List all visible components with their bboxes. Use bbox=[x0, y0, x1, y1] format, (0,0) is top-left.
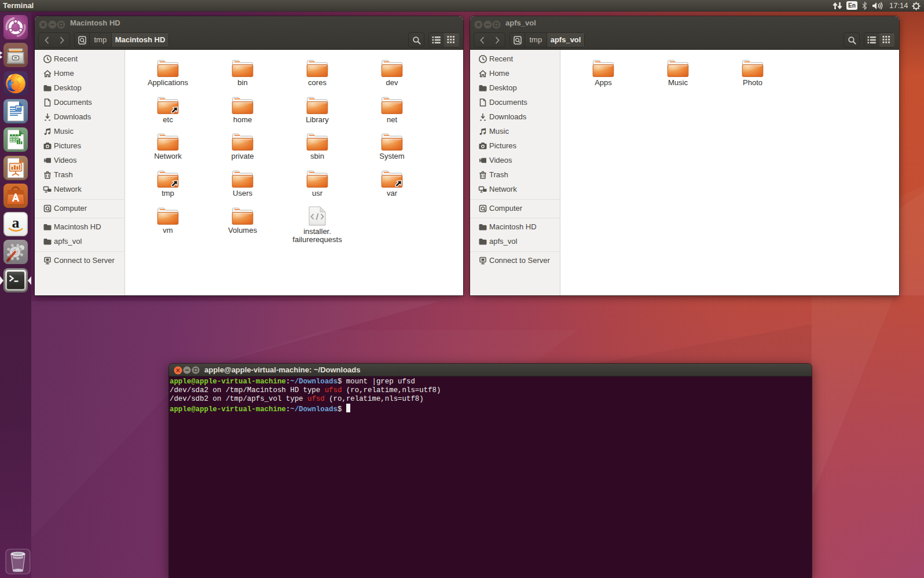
svg-text:a: a bbox=[12, 214, 20, 231]
